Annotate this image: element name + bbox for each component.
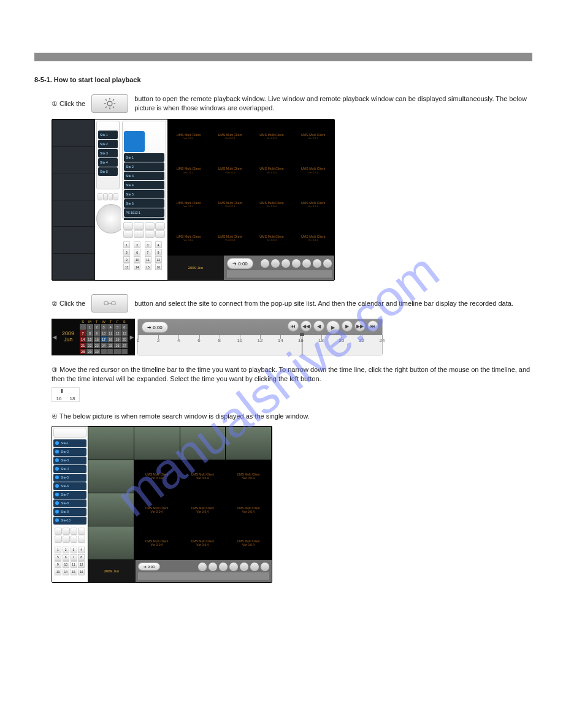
calendar-day[interactable] <box>101 349 107 354</box>
timeline-bar[interactable]: 024681012141618202224 <box>138 335 382 355</box>
control-button[interactable] <box>155 230 165 238</box>
video-tile[interactable] <box>226 427 271 460</box>
control-button[interactable] <box>71 528 78 535</box>
video-tile[interactable]: UMS Multi ClientVer 0.0.4 <box>210 120 251 153</box>
video-tile[interactable]: UMS Multi ClientVer 0.0.4 <box>168 222 209 255</box>
rewind-button[interactable]: ◀◀ <box>301 320 312 332</box>
step-back-button[interactable] <box>282 259 290 268</box>
channel-button[interactable]: 12 <box>78 561 85 568</box>
control-button[interactable] <box>63 536 70 543</box>
calendar-day[interactable] <box>107 349 113 354</box>
rewind-button[interactable] <box>271 259 280 268</box>
play-button[interactable] <box>229 563 238 571</box>
calendar-day[interactable] <box>114 349 120 354</box>
connect-button[interactable] <box>91 294 128 313</box>
channel-button[interactable]: 7 <box>145 249 151 256</box>
channel-button[interactable]: 1 <box>123 241 130 248</box>
channel-button[interactable]: 14 <box>134 264 140 270</box>
calendar-day[interactable]: 22 <box>86 343 93 348</box>
calendar-day[interactable]: 3 <box>101 324 107 330</box>
control-button[interactable] <box>55 528 62 535</box>
step-back-button[interactable]: ◀ <box>313 320 324 332</box>
site-list-item[interactable]: Site-9 <box>53 508 86 516</box>
skip-first-button[interactable] <box>198 563 207 571</box>
channel-button[interactable]: 4 <box>78 547 85 553</box>
control-button[interactable] <box>55 536 62 543</box>
channel-button[interactable]: 15 <box>71 569 77 575</box>
site-list-item[interactable]: Site-2 <box>53 448 86 456</box>
site-list-item[interactable]: Site 5 <box>124 190 164 199</box>
calendar-day[interactable]: 10 <box>101 330 107 336</box>
site-list-item[interactable]: Site-4 <box>53 465 86 473</box>
channel-button[interactable]: 13 <box>123 264 130 270</box>
video-tile[interactable] <box>88 493 134 526</box>
channel-button[interactable]: 5 <box>55 554 61 561</box>
fast-forward-button[interactable] <box>250 563 259 571</box>
site-list-item[interactable]: Site-7 <box>53 491 86 499</box>
calendar-day[interactable] <box>80 324 86 330</box>
video-tile[interactable] <box>88 427 134 460</box>
step-forward-button[interactable] <box>302 259 311 268</box>
site-list-item[interactable]: Site 3 <box>124 172 164 180</box>
site-list-item[interactable]: Site 6 <box>124 199 164 208</box>
step-back-button[interactable] <box>219 563 228 571</box>
timeline-bar-mini[interactable] <box>138 572 269 580</box>
calendar-day[interactable]: 8 <box>86 330 93 336</box>
fast-forward-button[interactable] <box>313 259 321 268</box>
calendar-day[interactable]: 5 <box>114 324 120 330</box>
video-tile[interactable]: UMS Multi ClientVer 0.0.4 <box>293 120 334 153</box>
video-tile[interactable]: UMS Multi ClientVer 0.0.4 <box>251 120 293 153</box>
calendar-day[interactable]: 20 <box>121 336 128 342</box>
play-button[interactable] <box>292 259 301 268</box>
calendar-day[interactable]: 2 <box>94 324 100 330</box>
calendar-day[interactable]: 13 <box>121 330 128 336</box>
video-tile[interactable]: UMS Multi ClientVer 0.0.4 <box>251 188 293 221</box>
control-button[interactable] <box>71 536 78 543</box>
site-list-item[interactable]: Site-3 <box>53 457 86 464</box>
site-list-item[interactable]: Site 4 <box>124 181 164 189</box>
video-tile[interactable]: UMS Multi ClientVer 0.0.4 <box>168 154 209 187</box>
calendar-day[interactable]: 4 <box>107 324 113 330</box>
calendar-day[interactable]: 12 <box>114 330 120 336</box>
calendar-day[interactable]: 24 <box>101 343 107 348</box>
video-tile[interactable]: UMS Multi ClientVer 0.0.4 <box>168 120 209 153</box>
channel-button[interactable]: 2 <box>134 241 140 248</box>
skip-last-button[interactable] <box>261 563 269 571</box>
calendar-day[interactable]: 9 <box>94 330 100 336</box>
calendar-day[interactable]: 18 <box>107 336 113 342</box>
calendar-day[interactable]: 29 <box>86 349 93 354</box>
site-list-item[interactable]: Site 4 <box>98 158 118 167</box>
video-tile[interactable]: UMS Multi ClientVer 0.0.4 <box>293 154 334 187</box>
control-button[interactable] <box>145 222 155 230</box>
video-tile[interactable]: UMS Multi ClientVer 0.0.4 <box>226 460 271 493</box>
channel-button[interactable]: 10 <box>134 256 140 263</box>
video-tile[interactable]: UMS Multi ClientVer 0.0.4 <box>134 526 180 559</box>
site-list-item[interactable]: Site 2 <box>124 162 164 171</box>
video-tile[interactable]: UMS Multi ClientVer 0.0.4 <box>180 493 226 526</box>
calendar-day[interactable]: 15 <box>86 336 93 342</box>
video-tile[interactable]: UMS Multi ClientVer 0.0.4 <box>180 460 226 493</box>
fast-forward-button[interactable]: ▶▶ <box>354 320 366 332</box>
calendar-day[interactable]: 17 <box>101 336 107 342</box>
step-forward-button[interactable]: ▶ <box>342 320 353 332</box>
control-button[interactable] <box>63 528 70 535</box>
channel-button[interactable]: 5 <box>123 249 130 256</box>
video-tile[interactable]: UMS Multi ClientVer 0.0.4 <box>251 154 293 187</box>
video-tile[interactable]: UMS Multi ClientVer 0.0.4 <box>134 460 180 493</box>
control-button[interactable] <box>123 222 133 230</box>
channel-button[interactable]: 8 <box>155 249 162 256</box>
skip-last-button[interactable] <box>323 259 332 268</box>
video-tile[interactable]: UMS Multi ClientVer 0.0.4 <box>293 222 334 255</box>
channel-button[interactable]: 6 <box>63 554 69 561</box>
site-list-item[interactable]: Site 3 <box>98 149 118 157</box>
site-list-item[interactable]: Site-1 <box>53 439 86 447</box>
channel-button[interactable]: 13 <box>55 569 61 575</box>
layout-button[interactable] <box>103 193 108 200</box>
control-button[interactable] <box>78 536 85 543</box>
channel-button[interactable]: 3 <box>145 241 151 248</box>
video-tile[interactable]: UMS Multi ClientVer 0.0.4 <box>293 188 334 221</box>
calendar-day[interactable]: 30 <box>94 349 100 354</box>
layout-button[interactable] <box>113 193 118 200</box>
site-list-item[interactable]: Site 1 <box>124 153 164 162</box>
control-button[interactable] <box>123 230 133 238</box>
